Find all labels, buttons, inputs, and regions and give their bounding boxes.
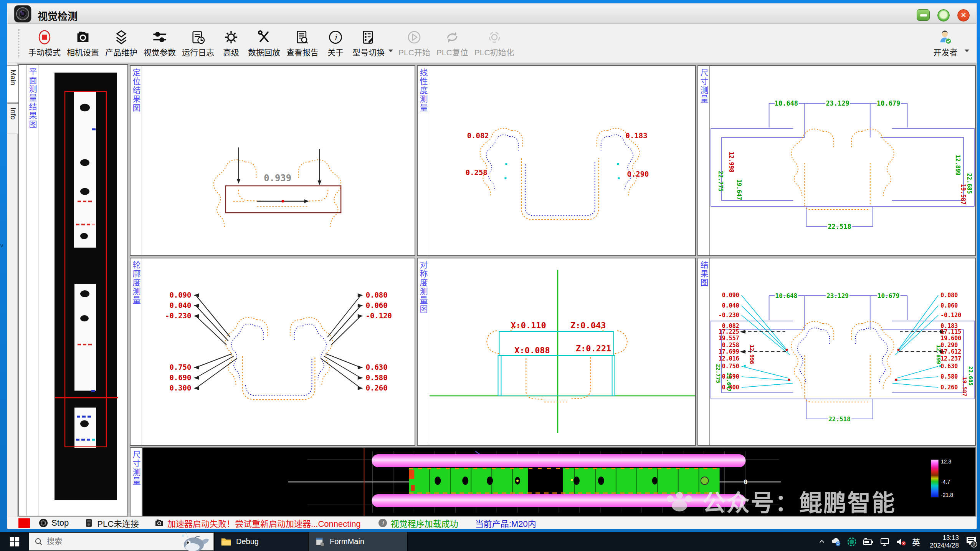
plane-image-canvas: [39, 65, 127, 516]
dim-value: 12.899: [954, 155, 961, 175]
panel-result: 结果图: [697, 258, 976, 446]
info-icon: i: [327, 29, 344, 45]
init-target-icon: [486, 29, 502, 45]
ime-indicator[interactable]: 英: [912, 536, 920, 548]
toolbar-button-view-report[interactable]: 查看报告: [283, 25, 322, 62]
green-status-icon[interactable]: [847, 537, 857, 547]
panel-title-dimension: 尺寸测量: [698, 66, 710, 255]
dim-value: 12.998: [728, 152, 735, 172]
profile-value: 0.090: [169, 291, 191, 299]
toolbar-button-about[interactable]: i 关于: [322, 25, 349, 62]
result-dim: 10.679: [878, 292, 900, 299]
result-value: 12.016: [719, 355, 739, 362]
status-error: 加速器启动失败！尝试重新启动加速器...Connecting: [154, 517, 361, 529]
result-value: 0.290: [940, 342, 958, 349]
minimize-button[interactable]: [917, 9, 930, 21]
title-bar: 视觉检测 ✕: [8, 4, 976, 24]
result-dim: 19.647: [726, 372, 732, 392]
panel-plane-measurement: 平面测量结果图: [18, 64, 128, 516]
dim-value: 23.129: [826, 99, 849, 107]
panel-title-symmetry: 对称度测量图: [418, 258, 429, 445]
panel-symmetry: 对称度测量图 X:0.110 Z:0.043 X: [417, 258, 696, 446]
cloud-sync-icon[interactable]: [831, 537, 841, 547]
desktop: v 视觉检测 ✕ 手动模式 相机设置 产品维护 视觉参数 运行日志 高级 数据回…: [0, 0, 980, 551]
panel-positioning: 定位结果图 0.939: [130, 65, 415, 256]
toolbar-button-plc-start[interactable]: PLC开始: [395, 25, 433, 62]
dim-value: 10.679: [877, 99, 900, 107]
close-button[interactable]: ✕: [957, 9, 970, 22]
status-bar: Stop PLC未连接 加速器启动失败！尝试重新启动加速器...Connecti…: [8, 517, 976, 529]
symmetry-value: X:0.088: [514, 346, 550, 355]
result-value: 19.600: [940, 335, 961, 342]
developer-caret[interactable]: [965, 50, 969, 52]
layers-icon: [113, 29, 129, 45]
profile-value: 0.750: [169, 363, 191, 371]
result-value: 0.580: [940, 373, 958, 380]
toolbar-button-developer[interactable]: 开发者: [927, 25, 964, 62]
dim-value: 10.648: [775, 99, 798, 107]
gear-icon: [223, 29, 239, 45]
folder-icon: [221, 537, 231, 546]
toolbar-button-data-replay[interactable]: 数据回放: [245, 25, 283, 62]
profile-value: -0.120: [366, 311, 392, 320]
dim-value: 19.647: [735, 179, 742, 200]
toolbar-button-advanced[interactable]: 高级: [217, 25, 245, 62]
speaker-muted-icon[interactable]: [896, 537, 906, 547]
tab-main[interactable]: Main: [7, 65, 18, 103]
linearity-value: 0.183: [626, 131, 648, 140]
toolbar-button-plc-reset[interactable]: PLC复位: [433, 25, 471, 62]
camera-icon: [75, 29, 91, 45]
panel-title-profile: 轮廓度测量: [131, 258, 142, 445]
result-value: 0.080: [940, 292, 958, 299]
toolbar-button-model-switch[interactable]: 型号切换: [349, 25, 388, 62]
plc-device-icon: [84, 518, 94, 528]
search-icon: [35, 538, 43, 546]
toolstrip-overflow-caret[interactable]: [388, 50, 393, 52]
fish-mascot-icon: [175, 531, 212, 551]
profile-value: -0.230: [165, 311, 191, 320]
result-value: 0.060: [940, 302, 958, 309]
status-product: 当前产品:M20内: [475, 517, 536, 529]
status-stop: Stop: [38, 518, 69, 528]
toolbar-button-product-maintenance[interactable]: 产品维护: [102, 25, 140, 62]
taskbar-clock[interactable]: 13:13 2024/4/28: [926, 534, 959, 549]
scan-zero-label: 0: [744, 478, 748, 486]
lens-icon: [38, 518, 48, 528]
positioning-canvas: 0.939: [142, 66, 415, 255]
profile-value: 0.580: [366, 373, 388, 382]
tray-chevron-icon[interactable]: [818, 538, 825, 545]
profile-value: 0.080: [366, 291, 388, 299]
toolbar-button-camera-settings[interactable]: 相机设置: [64, 25, 102, 62]
start-button[interactable]: [0, 532, 29, 551]
taskbar-search[interactable]: [29, 533, 214, 551]
result-dim: 12.998: [749, 345, 755, 364]
result-value: 17.115: [940, 328, 961, 335]
toolbar-button-manual-mode[interactable]: 手动模式: [25, 25, 64, 62]
notification-badge-icon[interactable]: 2: [965, 536, 978, 548]
panel-3d-scan: 尺寸测量: [130, 447, 976, 516]
svg-text:i: i: [334, 32, 338, 42]
taskbar-item-debug[interactable]: Debug: [214, 532, 308, 551]
symmetry-canvas: X:0.110 Z:0.043 X:0.088 Z:0.221: [430, 258, 695, 445]
toolbar-grip: [18, 29, 20, 58]
toolbar-button-plc-init[interactable]: PLC初始化: [471, 25, 517, 62]
toolbar-button-vision-params[interactable]: 视觉参数: [140, 25, 179, 62]
result-value: 0.260: [940, 384, 958, 391]
taskbar-item-formmain[interactable]: FormMain: [309, 532, 408, 551]
profile-value: 0.630: [366, 363, 388, 371]
panel-title-linearity: 线性度测量: [418, 66, 429, 255]
toolbar-button-run-log[interactable]: 运行日志: [179, 25, 217, 62]
maximize-button[interactable]: [937, 9, 950, 22]
battery-icon[interactable]: [863, 537, 874, 546]
panel-title-result: 结果图: [698, 258, 710, 445]
result-canvas: 0.090 0.040 -0.230 0.082 17.225 19.557 0…: [710, 258, 975, 445]
profile-canvas: 0.090 0.040 -0.230 0.750 0.690 0.300 0.0…: [142, 258, 415, 445]
app-icon: [14, 5, 31, 23]
network-monitor-icon[interactable]: [880, 537, 890, 547]
search-input[interactable]: [47, 537, 143, 546]
panel-profile: 轮廓度测量 0.090 0.040 -0.230: [130, 258, 415, 446]
result-value: 0.630: [940, 363, 958, 370]
linearity-canvas: 0.082 0.183 0.258 0.290: [430, 66, 695, 255]
colorbar-max: 12.3: [941, 458, 951, 465]
tab-info[interactable]: Info: [7, 103, 18, 134]
